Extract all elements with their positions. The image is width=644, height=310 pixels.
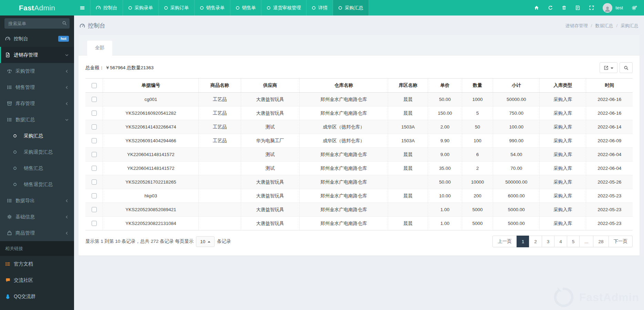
top-tab-bar: 控制台 采购录单 采购订单 销售录单 销售单 退货审核管理 详情 采购汇总 — [91, 0, 369, 16]
page-prev[interactable]: 上一页 — [492, 236, 517, 247]
table-row[interactable]: YKS2205261702218265大唐益智玩具郑州金水广电南路仓库50.00… — [85, 175, 633, 189]
sidebar-item-label: 销售退货汇总 — [24, 182, 53, 188]
sidebar-item-stock-mgmt[interactable]: 库存管理 — [0, 95, 74, 112]
page-ellipsis[interactable]: ... — [579, 236, 593, 247]
sidebar-item-sales-summary[interactable]: 销售汇总 — [0, 160, 74, 176]
table-row[interactable]: YKS2205230852089421大唐益智玩具郑州金水广电南路仓库1.005… — [85, 203, 633, 217]
breadcrumb-item[interactable]: 进销存管理 — [565, 23, 588, 29]
sidebar-item-inventory-root[interactable]: 进销存管理 — [0, 47, 74, 63]
brand-logo[interactable]: FastAdmin — [0, 0, 74, 16]
top-tab-sales-order[interactable]: 销售单 — [230, 0, 262, 16]
sidebar-item-label: 官方文档 — [14, 261, 33, 267]
column-header[interactable]: 商品名称 — [199, 79, 241, 93]
page-number[interactable]: 2 — [529, 236, 542, 247]
row-checkbox[interactable] — [92, 97, 97, 102]
cell: 2 — [462, 162, 493, 175]
column-header[interactable]: 单价 — [428, 79, 462, 93]
breadcrumb-item[interactable]: 采购汇总 — [621, 23, 638, 29]
row-checkbox[interactable] — [92, 193, 97, 198]
top-tab-detail[interactable]: 详情 — [307, 0, 333, 16]
column-header[interactable]: 供应商 — [241, 79, 299, 93]
search-toggle-button[interactable] — [620, 62, 633, 73]
sidebar-item-purchase-summary[interactable]: 采购汇总 — [0, 128, 74, 144]
user-menu[interactable]: test — [603, 3, 623, 13]
cell — [199, 203, 241, 217]
row-checkbox[interactable] — [92, 221, 97, 226]
page-size-dropdown[interactable]: 10 — [196, 236, 215, 247]
top-tab-dashboard[interactable]: 控制台 — [91, 0, 123, 16]
export-button[interactable] — [600, 62, 617, 73]
cell: 华为电脑工厂 — [241, 134, 299, 148]
top-tab-sales-entry[interactable]: 销售录单 — [195, 0, 230, 16]
cell — [199, 217, 241, 230]
row-checkbox[interactable] — [92, 166, 97, 171]
top-tab-purchase-entry[interactable]: 采购录单 — [123, 0, 159, 16]
sidebar-link-qq-group[interactable]: QQ交流群 — [0, 288, 74, 304]
cell: 采购入库 — [540, 148, 586, 162]
tab-all[interactable]: 全部 — [87, 41, 112, 55]
top-tab-purchase-order[interactable]: 采购订单 — [159, 0, 195, 16]
column-header[interactable]: 时间 — [586, 79, 633, 93]
refresh-icon[interactable] — [548, 5, 553, 10]
breadcrumb-item[interactable]: 数据汇总 — [595, 23, 613, 29]
cell: 2022-06-14 — [586, 120, 633, 134]
sidebar-item-purchase-mgmt[interactable]: 采购管理 — [0, 63, 74, 79]
page-number[interactable]: 1 — [517, 236, 530, 247]
page-number[interactable]: 3 — [542, 236, 555, 247]
sidebar-toggle-button[interactable] — [74, 0, 91, 16]
top-tab-purchase-summary[interactable]: 采购汇总 — [333, 0, 369, 16]
sidebar-item-base-info[interactable]: 基础信息 — [0, 209, 74, 225]
page-number[interactable]: 4 — [554, 236, 567, 247]
table-row[interactable]: hkp03大唐益智玩具郑州金水广电南路仓库晨晨10.002006000.00采购… — [85, 189, 633, 203]
column-header[interactable]: 入库类型 — [540, 79, 586, 93]
column-header[interactable]: 小计 — [493, 79, 540, 93]
table-row[interactable]: YK2206041148141572测试郑州金水广电南路仓库晨晨35.00270… — [85, 162, 633, 175]
cell: 5000 — [462, 217, 493, 230]
docs-icon[interactable] — [575, 5, 580, 10]
row-checkbox[interactable] — [92, 152, 97, 157]
row-checkbox[interactable] — [92, 207, 97, 212]
row-checkbox[interactable] — [92, 138, 97, 143]
table-row[interactable]: cg001工艺品大唐益智玩具郑州金水广电南路仓库晨晨50.00100050000… — [85, 93, 633, 106]
data-table: 单据编号 商品名称 供应商 仓库名称 库区名称 单价 数量 小计 入库类型 时间 — [85, 78, 633, 230]
page-number[interactable]: 5 — [567, 236, 580, 247]
settings-gears-icon[interactable] — [632, 5, 637, 11]
trash-icon[interactable] — [562, 5, 567, 10]
table-row[interactable]: YKS2206141432266474工艺品测试成华区（德邦仓库）1503A2.… — [85, 120, 633, 134]
home-icon[interactable] — [534, 5, 539, 10]
search-icon[interactable] — [62, 21, 67, 25]
page-number[interactable]: 28 — [593, 236, 609, 247]
row-checkbox[interactable] — [92, 111, 97, 116]
row-checkbox[interactable] — [92, 179, 97, 185]
sidebar-link-official-docs[interactable]: 官方文档 — [0, 256, 74, 272]
column-header[interactable]: 库区名称 — [388, 79, 428, 93]
sidebar-item-dashboard[interactable]: 控制台 hot — [0, 31, 74, 47]
table-row[interactable]: YKS2205230822131084大唐益智玩具郑州金水广电南路仓库晨晨1.0… — [85, 217, 633, 230]
breadcrumb: 进销存管理 / 数据汇总 / 采购汇总 — [565, 23, 638, 29]
cell: YKS2206141432266474 — [103, 120, 199, 134]
cell: 采购入库 — [540, 217, 586, 230]
table-row[interactable]: YK2206041148141572测试郑州金水广电南路仓库晨晨9.00654.… — [85, 148, 633, 162]
sidebar-item-sales-return-summary[interactable]: 销售退货汇总 — [0, 176, 74, 193]
top-tab-return-audit[interactable]: 退货审核管理 — [261, 0, 307, 16]
table-row[interactable]: YKS2206091404294466工艺品华为电脑工厂成华区（德邦仓库）150… — [85, 134, 633, 148]
panel: 全部 总金额： ￥567964 总数量21363 — [79, 35, 640, 256]
page-next[interactable]: 下一页 — [609, 236, 633, 247]
sidebar-item-data-summary[interactable]: 数据汇总 — [0, 112, 74, 128]
column-header[interactable]: 数量 — [462, 79, 493, 93]
sidebar-item-goods-mgmt[interactable]: 商品管理 — [0, 225, 74, 241]
column-header[interactable]: 仓库名称 — [299, 79, 388, 93]
caret-down-icon — [611, 68, 613, 70]
sidebar-item-purchase-return-summary[interactable]: 采购退货汇总 — [0, 144, 74, 160]
column-header[interactable]: 单据编号 — [103, 79, 199, 93]
sidebar-item-data-export[interactable]: 数据导出 — [0, 193, 74, 209]
cell: 2.00 — [428, 120, 462, 134]
sidebar-item-sales-mgmt[interactable]: 销售管理 — [0, 79, 74, 95]
expand-icon[interactable] — [589, 5, 594, 10]
menu-search-input[interactable] — [4, 18, 70, 29]
row-checkbox[interactable] — [92, 124, 97, 130]
sidebar-link-community[interactable]: 交流社区 — [0, 272, 74, 288]
table-row[interactable]: YKS2206160920541282工艺品大唐益智玩具郑州金水广电南路仓库晨晨… — [85, 106, 633, 120]
cell: 晨晨 — [388, 93, 428, 106]
select-all-checkbox[interactable] — [92, 83, 97, 88]
